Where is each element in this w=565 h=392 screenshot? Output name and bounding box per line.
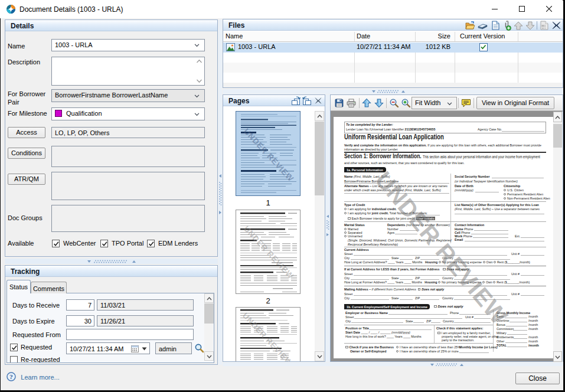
svg-text:UNDER REVIEW: UNDER REVIEW <box>242 127 296 184</box>
svg-text:?: ? <box>9 373 13 380</box>
